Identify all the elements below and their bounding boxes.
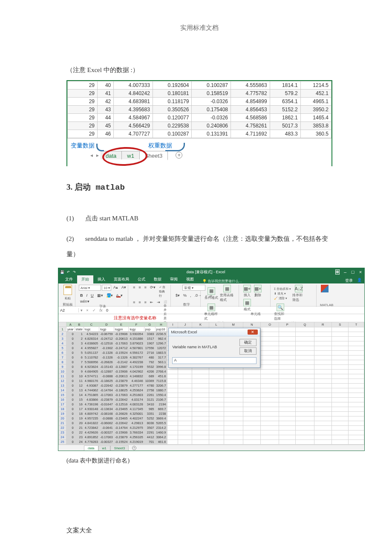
- btab-add-icon[interactable]: +: [132, 446, 136, 450]
- empty-cell[interactable]: [178, 435, 192, 440]
- table1-cell[interactable]: 41: [98, 90, 114, 98]
- bold-button[interactable]: B: [79, 293, 84, 298]
- empty-cell[interactable]: [279, 327, 296, 332]
- empty-cell[interactable]: [331, 421, 348, 426]
- empty-cell[interactable]: [314, 384, 331, 388]
- data-cell[interactable]: 4: [75, 346, 84, 350]
- empty-cell[interactable]: [314, 398, 331, 402]
- empty-cell[interactable]: [192, 402, 209, 407]
- empty-cell[interactable]: [314, 431, 331, 435]
- data-cell[interactable]: 2716: [144, 350, 155, 355]
- data-cell[interactable]: 3996.8: [155, 364, 167, 369]
- data-cell[interactable]: 4.429626: [84, 430, 99, 435]
- data-cell[interactable]: 0: [66, 411, 75, 416]
- empty-cell[interactable]: [260, 332, 279, 337]
- row-header[interactable]: 1: [59, 327, 66, 332]
- empty-cell[interactable]: [243, 388, 260, 393]
- empty-cell[interactable]: [224, 412, 243, 416]
- btab-w1[interactable]: w1: [98, 445, 110, 451]
- row-header[interactable]: 20: [59, 416, 66, 421]
- clear-button[interactable]: 🧹 清除 ▾: [274, 296, 291, 301]
- data-cell[interactable]: 4.402247: [129, 416, 144, 421]
- empty-cell[interactable]: [279, 351, 296, 356]
- col-header[interactable]: I: [167, 322, 178, 327]
- table1-cell[interactable]: 0.158519: [192, 90, 231, 98]
- col-header[interactable]: C: [84, 322, 99, 327]
- empty-cell[interactable]: [224, 416, 243, 421]
- data-cell[interactable]: -0.06062: [99, 421, 114, 425]
- data-cell[interactable]: 451.6: [155, 374, 167, 379]
- empty-cell[interactable]: [331, 374, 348, 379]
- data-cell[interactable]: 0: [66, 435, 75, 439]
- data-cell[interactable]: -0.01647: [99, 402, 114, 407]
- data-cell[interactable]: 17: [75, 407, 84, 411]
- table1-cell[interactable]: 0.180181: [153, 90, 192, 98]
- row-header[interactable]: 21: [59, 421, 66, 425]
- empty-cell[interactable]: [224, 435, 243, 440]
- empty-cell[interactable]: [260, 398, 279, 402]
- empty-cell[interactable]: [331, 384, 348, 388]
- empty-cell[interactable]: [167, 435, 178, 440]
- empty-cell[interactable]: [260, 388, 279, 393]
- data-cell[interactable]: -0.22642: [114, 421, 129, 425]
- empty-cell[interactable]: [279, 393, 296, 398]
- data-cell[interactable]: 0: [66, 355, 75, 360]
- empty-cell[interactable]: [331, 365, 348, 370]
- empty-cell[interactable]: [167, 416, 178, 421]
- col-header[interactable]: N: [243, 322, 260, 327]
- data-cell[interactable]: -0.1326: [99, 350, 114, 355]
- data-cell[interactable]: 5.051137: [84, 350, 99, 355]
- empty-cell[interactable]: [209, 384, 224, 388]
- data-cell[interactable]: 5: [75, 350, 84, 355]
- table1-cell[interactable]: 42: [98, 98, 114, 106]
- data-cell[interactable]: 6: [75, 355, 84, 360]
- data-cell[interactable]: -0.12516: [99, 341, 114, 346]
- empty-cell[interactable]: [167, 398, 178, 402]
- empty-cell[interactable]: [314, 341, 331, 346]
- data-cell[interactable]: 4.980176: [84, 379, 99, 383]
- table1-cell[interactable]: 1862.1: [270, 114, 300, 122]
- empty-cell[interactable]: [331, 431, 348, 435]
- empty-cell[interactable]: [178, 374, 192, 379]
- data-cell[interactable]: -0.0888: [99, 374, 114, 379]
- empty-cell[interactable]: [314, 365, 331, 370]
- table1-cell[interactable]: 4.555863: [231, 81, 270, 90]
- empty-cell[interactable]: [178, 384, 192, 388]
- empty-cell[interactable]: [192, 388, 209, 393]
- empty-cell[interactable]: [348, 332, 364, 337]
- data-cell[interactable]: 3669.4: [155, 416, 167, 421]
- empty-cell[interactable]: [178, 402, 192, 407]
- data-cell[interactable]: 701: [144, 439, 155, 444]
- tab-formula[interactable]: 公式: [133, 275, 150, 283]
- data-cell[interactable]: -0.17063: [114, 341, 129, 346]
- empty-cell[interactable]: [296, 398, 314, 402]
- data-cell[interactable]: 4.325001: [129, 411, 144, 416]
- table1-cell[interactable]: 0.118179: [153, 98, 192, 106]
- data-cell[interactable]: 0: [66, 397, 75, 402]
- data-cell[interactable]: 0: [66, 360, 75, 364]
- empty-cell[interactable]: [243, 426, 260, 431]
- empty-cell[interactable]: [192, 370, 209, 374]
- dialog-ok-button[interactable]: 确定: [239, 339, 257, 346]
- empty-cell[interactable]: [348, 407, 364, 412]
- header-cell[interactable]: logc: [84, 327, 99, 332]
- underline-button[interactable]: U: [89, 293, 95, 298]
- empty-cell[interactable]: [331, 341, 348, 346]
- empty-cell[interactable]: [209, 426, 224, 431]
- empty-cell[interactable]: [260, 374, 279, 379]
- data-cell[interactable]: 5.508956: [84, 360, 99, 364]
- min-icon[interactable]: –: [343, 269, 347, 275]
- data-cell[interactable]: 4.219019: [129, 439, 144, 444]
- empty-cell[interactable]: [331, 337, 348, 341]
- empty-cell[interactable]: [296, 379, 314, 384]
- col-header[interactable]: L: [209, 322, 224, 327]
- data-cell[interactable]: -0.20613: [114, 374, 129, 379]
- row-header[interactable]: 11: [59, 374, 66, 379]
- data-cell[interactable]: 2238: [155, 411, 167, 416]
- data-cell[interactable]: 4.277177: [129, 383, 144, 388]
- data-cell[interactable]: 24: [75, 439, 84, 444]
- data-cell[interactable]: -0.17063: [99, 435, 114, 439]
- row-header[interactable]: 16: [59, 397, 66, 402]
- data-cell[interactable]: -0.12887: [114, 364, 129, 369]
- data-cell[interactable]: 0: [66, 336, 75, 341]
